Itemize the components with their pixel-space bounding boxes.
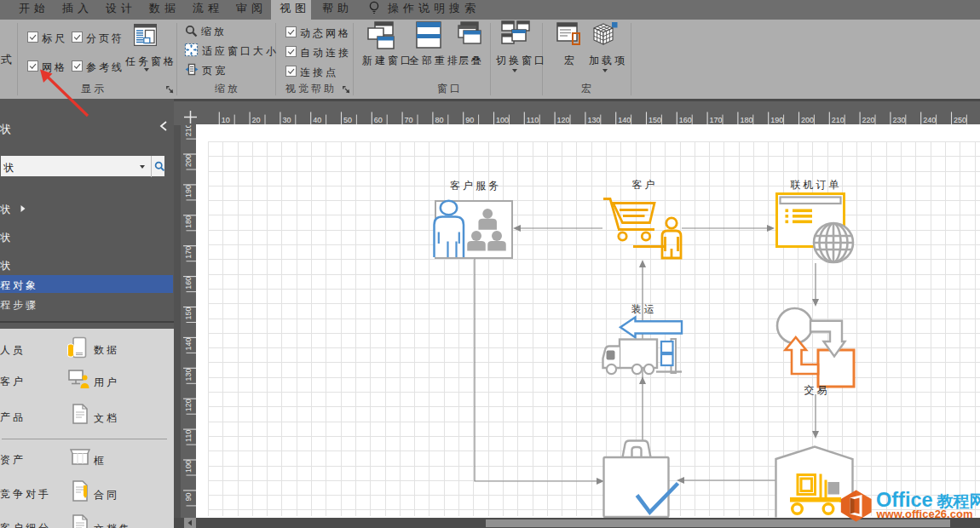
svg-text:装运: 装运: [631, 303, 657, 315]
svg-text:客户: 客户: [632, 179, 658, 191]
svg-text:交易: 交易: [804, 384, 830, 396]
svg-text:联机订单: 联机订单: [790, 179, 842, 191]
svg-text:客户服务: 客户服务: [450, 180, 501, 192]
svg-text:www.office26.com: www.office26.com: [876, 508, 973, 520]
